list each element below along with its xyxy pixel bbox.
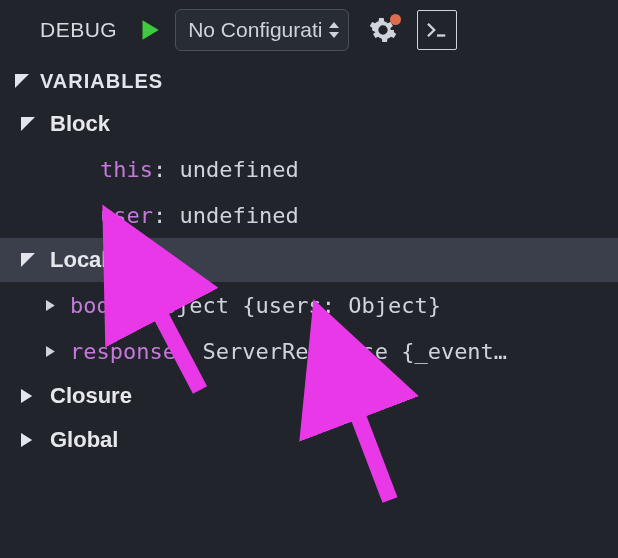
chevron-right-icon [20,389,36,403]
chevron-down-icon [14,74,30,88]
variable-name: response [70,339,176,364]
scope-global[interactable]: Global [0,418,618,462]
chevron-right-icon [44,346,58,357]
config-select[interactable]: No Configurati [175,9,349,51]
debug-console-button[interactable] [417,10,457,50]
scope-block[interactable]: Block [0,102,618,146]
chevron-down-icon [20,117,36,131]
variable-row[interactable]: this: undefined [0,146,618,192]
chevron-right-icon [44,300,58,311]
debug-topbar: DEBUG No Configurati [0,0,618,60]
config-select-text: No Configurati [188,18,322,42]
scope-label: Global [50,427,118,453]
variable-value: Object {users: Object} [149,293,440,318]
section-title: VARIABLES [40,70,163,93]
variable-name: this [100,157,153,182]
scope-label: Block [50,111,110,137]
scope-label: Closure [50,383,132,409]
debug-label: DEBUG [40,18,117,42]
chevron-right-icon [20,433,36,447]
variable-row[interactable]: body: Object {users: Object} [0,282,618,328]
notification-dot [390,14,401,25]
settings-button[interactable] [363,10,403,50]
variable-value: undefined [179,203,298,228]
play-icon [136,17,162,43]
variable-row[interactable]: user: undefined [0,192,618,238]
variable-row[interactable]: response: ServerResponse {_event… [0,328,618,374]
chevron-down-icon [20,253,36,267]
scope-label: Local [50,247,107,273]
variable-name: user [100,203,153,228]
variable-value: ServerResponse {_event… [202,339,507,364]
play-button[interactable] [131,12,167,48]
variables-section-header[interactable]: VARIABLES [0,60,618,102]
scope-local[interactable]: Local [0,238,618,282]
updown-icon [328,20,340,40]
terminal-icon [426,21,448,39]
scope-closure[interactable]: Closure [0,374,618,418]
variable-value: undefined [179,157,298,182]
variable-name: body [70,293,123,318]
